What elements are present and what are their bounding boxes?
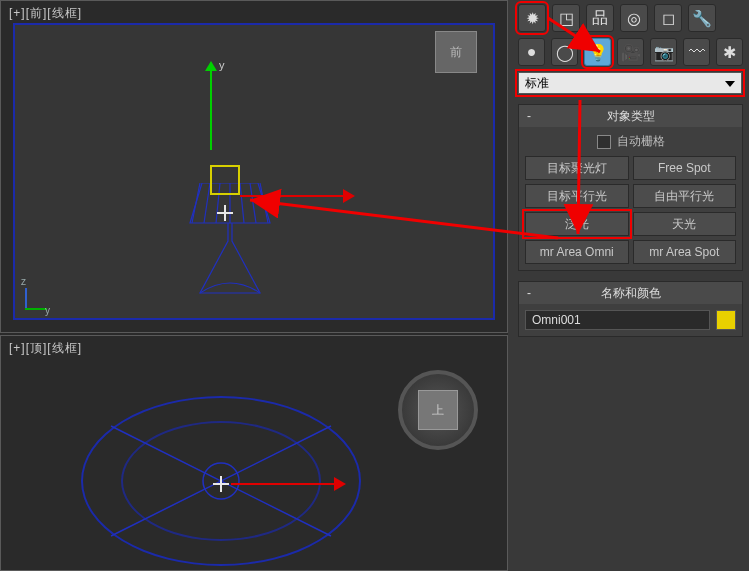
create-category-row: ●◯💡🎥📷〰✱ bbox=[518, 38, 743, 66]
viewport-front-label[interactable]: [+][前][线框] bbox=[9, 5, 82, 22]
rollout-toggle-icon: - bbox=[527, 109, 531, 123]
light-type-button-0[interactable]: 目标聚光灯 bbox=[525, 156, 629, 180]
svg-line-0 bbox=[192, 183, 200, 223]
viewcube-top[interactable]: 上 bbox=[418, 390, 458, 430]
viewport-top-label[interactable]: [+][顶][线框] bbox=[9, 340, 82, 357]
lights-icon[interactable]: 💡 bbox=[584, 38, 611, 66]
viewport-front[interactable]: [+][前][线框] y 前 z bbox=[0, 0, 508, 333]
svg-line-4 bbox=[240, 183, 244, 223]
object-name-input[interactable] bbox=[525, 310, 710, 330]
pivot-crosshair bbox=[217, 205, 233, 221]
viewcube-front[interactable]: 前 bbox=[435, 31, 477, 73]
systems-icon[interactable]: ✱ bbox=[716, 38, 743, 66]
helpers-icon[interactable]: 📷 bbox=[650, 38, 677, 66]
lamp-wireframe bbox=[180, 183, 280, 323]
display-tab-icon[interactable]: ◻ bbox=[654, 4, 682, 32]
pivot-crosshair-top bbox=[213, 476, 229, 492]
x-axis-arrow-top bbox=[231, 483, 336, 485]
utilities-tab-icon[interactable]: 🔧 bbox=[688, 4, 716, 32]
light-type-button-4[interactable]: 泛光 bbox=[525, 212, 629, 236]
light-type-button-7[interactable]: mr Area Spot bbox=[633, 240, 737, 264]
command-panel: ✹◳品◎◻🔧 ●◯💡🎥📷〰✱ 标准 - 对象类型 自动栅格 目标聚光灯Free … bbox=[512, 0, 749, 571]
motion-tab-icon[interactable]: ◎ bbox=[620, 4, 648, 32]
cameras-icon[interactable]: 🎥 bbox=[617, 38, 644, 66]
svg-line-5 bbox=[250, 183, 256, 223]
y-axis-label: y bbox=[219, 59, 225, 71]
name-color-header[interactable]: - 名称和颜色 bbox=[519, 282, 742, 304]
name-color-rollout: - 名称和颜色 bbox=[518, 281, 743, 337]
object-type-rollout: - 对象类型 自动栅格 目标聚光灯Free Spot目标平行光自由平行光泛光天光… bbox=[518, 104, 743, 271]
transform-gizmo[interactable] bbox=[210, 165, 240, 195]
rollout-toggle-icon: - bbox=[527, 286, 531, 300]
hierarchy-tab-icon[interactable]: 品 bbox=[586, 4, 614, 32]
navigation-wheel[interactable]: 上 bbox=[398, 370, 478, 450]
shapes-icon[interactable]: ◯ bbox=[551, 38, 578, 66]
x-axis-arrow bbox=[240, 195, 350, 197]
light-type-value: 标准 bbox=[525, 75, 549, 92]
light-type-button-1[interactable]: Free Spot bbox=[633, 156, 737, 180]
light-type-button-2[interactable]: 目标平行光 bbox=[525, 184, 629, 208]
autogrid-checkbox[interactable] bbox=[597, 135, 611, 149]
spacewarps-icon[interactable]: 〰 bbox=[683, 38, 710, 66]
viewport-front-canvas[interactable]: y bbox=[13, 23, 495, 320]
light-type-button-3[interactable]: 自由平行光 bbox=[633, 184, 737, 208]
autogrid-row[interactable]: 自动栅格 bbox=[525, 133, 736, 150]
autogrid-label: 自动栅格 bbox=[617, 133, 665, 150]
light-type-dropdown[interactable]: 标准 bbox=[518, 72, 742, 94]
main-tab-row: ✹◳品◎◻🔧 bbox=[518, 4, 743, 32]
object-color-swatch[interactable] bbox=[716, 310, 736, 330]
create-tab-icon[interactable]: ✹ bbox=[518, 4, 546, 32]
modify-tab-icon[interactable]: ◳ bbox=[552, 4, 580, 32]
light-type-button-5[interactable]: 天光 bbox=[633, 212, 737, 236]
world-axis-indicator: z y bbox=[15, 280, 55, 320]
object-type-header[interactable]: - 对象类型 bbox=[519, 105, 742, 127]
light-type-button-6[interactable]: mr Area Omni bbox=[525, 240, 629, 264]
geometry-icon[interactable]: ● bbox=[518, 38, 545, 66]
svg-line-6 bbox=[260, 183, 268, 223]
y-axis-arrow bbox=[210, 65, 212, 150]
